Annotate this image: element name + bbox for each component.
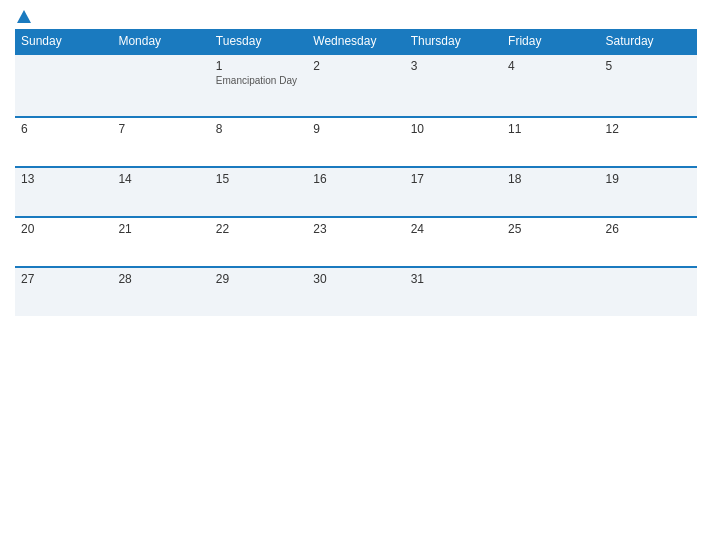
calendar-cell: 28: [112, 267, 209, 316]
calendar-cell: 30: [307, 267, 404, 316]
calendar-cell: 29: [210, 267, 307, 316]
weekday-header: Friday: [502, 29, 599, 54]
day-number: 3: [411, 59, 418, 73]
day-number: 19: [606, 172, 619, 186]
day-number: 25: [508, 222, 521, 236]
day-number: 23: [313, 222, 326, 236]
day-number: 12: [606, 122, 619, 136]
day-number: 5: [606, 59, 613, 73]
weekday-header: Saturday: [600, 29, 697, 54]
day-number: 31: [411, 272, 424, 286]
calendar-cell: 24: [405, 217, 502, 267]
day-number: 4: [508, 59, 515, 73]
calendar-cell: 11: [502, 117, 599, 167]
calendar-cell: 1Emancipation Day: [210, 54, 307, 117]
logo-blue-line: [15, 10, 31, 23]
calendar-cell: 14: [112, 167, 209, 217]
calendar-cell: 22: [210, 217, 307, 267]
day-number: 1: [216, 59, 223, 73]
holiday-label: Emancipation Day: [216, 75, 301, 86]
day-number: 21: [118, 222, 131, 236]
weekday-header: Tuesday: [210, 29, 307, 54]
logo: [15, 10, 31, 23]
day-number: 29: [216, 272, 229, 286]
day-number: 13: [21, 172, 34, 186]
calendar-cell: 31: [405, 267, 502, 316]
calendar-cell: [600, 267, 697, 316]
day-number: 20: [21, 222, 34, 236]
calendar-cell: 5: [600, 54, 697, 117]
calendar-cell: 26: [600, 217, 697, 267]
calendar-cell: 20: [15, 217, 112, 267]
weekday-header: Thursday: [405, 29, 502, 54]
calendar-cell: 27: [15, 267, 112, 316]
calendar-cell: [15, 54, 112, 117]
calendar-cell: 19: [600, 167, 697, 217]
day-number: 16: [313, 172, 326, 186]
weekday-header: Sunday: [15, 29, 112, 54]
day-number: 27: [21, 272, 34, 286]
calendar-cell: 15: [210, 167, 307, 217]
calendar-week-row: 2728293031: [15, 267, 697, 316]
calendar-cell: 7: [112, 117, 209, 167]
day-number: 18: [508, 172, 521, 186]
day-number: 2: [313, 59, 320, 73]
day-number: 9: [313, 122, 320, 136]
calendar-table: SundayMondayTuesdayWednesdayThursdayFrid…: [15, 29, 697, 316]
calendar-cell: 9: [307, 117, 404, 167]
calendar-week-row: 20212223242526: [15, 217, 697, 267]
calendar-cell: 2: [307, 54, 404, 117]
calendar-week-row: 13141516171819: [15, 167, 697, 217]
calendar-cell: 4: [502, 54, 599, 117]
calendar-week-row: 1Emancipation Day2345: [15, 54, 697, 117]
day-number: 30: [313, 272, 326, 286]
calendar-cell: 13: [15, 167, 112, 217]
calendar-cell: 6: [15, 117, 112, 167]
calendar-header: SundayMondayTuesdayWednesdayThursdayFrid…: [15, 29, 697, 54]
logo-triangle-icon: [17, 10, 31, 23]
weekday-header: Wednesday: [307, 29, 404, 54]
weekday-header: Monday: [112, 29, 209, 54]
day-number: 26: [606, 222, 619, 236]
calendar-cell: 17: [405, 167, 502, 217]
day-number: 6: [21, 122, 28, 136]
calendar-cell: 23: [307, 217, 404, 267]
calendar-cell: [502, 267, 599, 316]
day-number: 15: [216, 172, 229, 186]
calendar-cell: [112, 54, 209, 117]
calendar-cell: 16: [307, 167, 404, 217]
day-number: 10: [411, 122, 424, 136]
calendar-cell: 18: [502, 167, 599, 217]
calendar-cell: 12: [600, 117, 697, 167]
weekday-header-row: SundayMondayTuesdayWednesdayThursdayFrid…: [15, 29, 697, 54]
calendar-week-row: 6789101112: [15, 117, 697, 167]
day-number: 7: [118, 122, 125, 136]
day-number: 14: [118, 172, 131, 186]
day-number: 11: [508, 122, 521, 136]
calendar-cell: 21: [112, 217, 209, 267]
calendar-page: SundayMondayTuesdayWednesdayThursdayFrid…: [0, 0, 712, 550]
header: [15, 10, 697, 23]
calendar-cell: 8: [210, 117, 307, 167]
day-number: 24: [411, 222, 424, 236]
day-number: 8: [216, 122, 223, 136]
calendar-cell: 25: [502, 217, 599, 267]
day-number: 28: [118, 272, 131, 286]
calendar-cell: 3: [405, 54, 502, 117]
calendar-cell: 10: [405, 117, 502, 167]
day-number: 17: [411, 172, 424, 186]
day-number: 22: [216, 222, 229, 236]
calendar-body: 1Emancipation Day23456789101112131415161…: [15, 54, 697, 316]
